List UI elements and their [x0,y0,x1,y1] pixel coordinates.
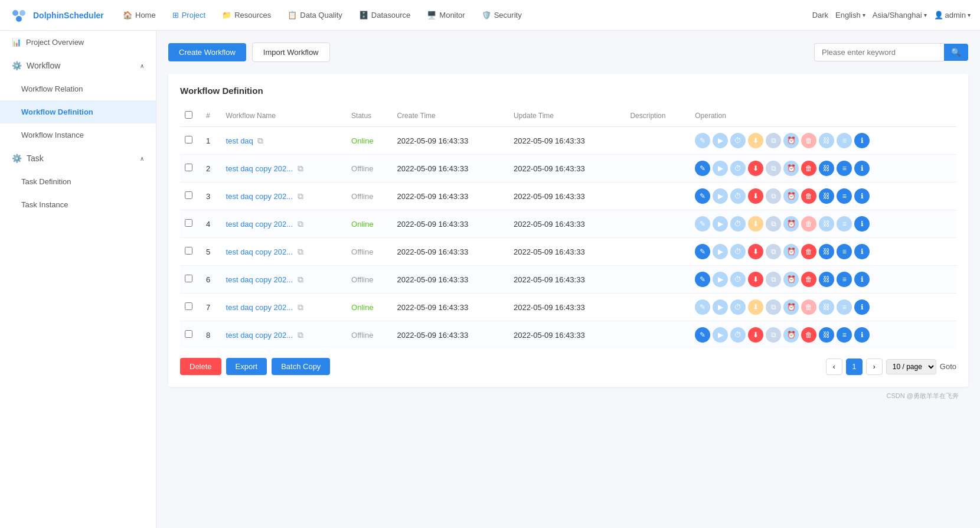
op-btn-0[interactable]: ✎ [695,188,710,204]
op-btn-4[interactable]: ⧉ [766,327,781,343]
op-btn-3[interactable]: ⬇ [748,244,763,259]
workflow-name-link[interactable]: test daq copy 202... [226,247,293,256]
op-btn-2[interactable]: ⏱ [730,133,746,148]
op-btn-4[interactable]: ⧉ [766,272,781,287]
op-btn-7[interactable]: ⛓ [819,327,834,343]
op-btn-8[interactable]: ≡ [837,188,852,204]
search-button[interactable]: 🔍 [944,44,968,61]
op-btn-7[interactable]: ⛓ [819,272,834,287]
sidebar-item-task[interactable]: ⚙️ Task ∧ [0,146,156,170]
copy-icon[interactable]: ⧉ [298,302,303,312]
op-btn-9[interactable]: ℹ [854,161,870,176]
workflow-name-link[interactable]: test daq copy 202... [226,220,293,229]
op-btn-2[interactable]: ⏱ [730,299,746,315]
row-checkbox[interactable] [185,330,192,338]
page-1-button[interactable]: 1 [846,358,863,375]
export-button[interactable]: Export [226,358,267,375]
row-checkbox[interactable] [185,302,192,310]
copy-icon[interactable]: ⧉ [298,164,303,173]
op-btn-4[interactable]: ⧉ [766,161,781,176]
sidebar-item-task-definition[interactable]: Task Definition [0,170,156,193]
workflow-name-link[interactable]: test daq copy 202... [226,275,293,284]
select-all-checkbox[interactable] [185,111,192,119]
op-btn-6[interactable]: 🗑 [801,244,816,259]
op-btn-6[interactable]: 🗑 [801,327,816,343]
op-btn-3[interactable]: ⬇ [748,161,763,176]
workflow-name-link[interactable]: test daq copy 202... [226,303,293,312]
op-btn-9[interactable]: ℹ [854,216,870,232]
op-btn-2[interactable]: ⏱ [730,327,746,343]
op-btn-2[interactable]: ⏱ [730,188,746,204]
region-selector[interactable]: Asia/Shanghai ▾ [873,11,927,19]
op-btn-1[interactable]: ▶ [713,216,728,232]
op-btn-9[interactable]: ℹ [854,327,870,343]
op-btn-8[interactable]: ≡ [837,133,852,148]
op-btn-3[interactable]: ⬇ [748,299,763,315]
op-btn-0[interactable]: ✎ [695,133,710,148]
op-btn-9[interactable]: ℹ [854,133,870,148]
op-btn-8[interactable]: ≡ [837,327,852,343]
row-checkbox[interactable] [185,219,192,227]
op-btn-0[interactable]: ✎ [695,244,710,259]
op-btn-0[interactable]: ✎ [695,327,710,343]
nav-resources[interactable]: 📁 Resources [215,7,278,23]
op-btn-3[interactable]: ⬇ [748,327,763,343]
op-btn-8[interactable]: ≡ [837,216,852,232]
op-btn-3[interactable]: ⬇ [748,272,763,287]
workflow-name-link[interactable]: test daq copy 202... [226,164,293,173]
user-menu[interactable]: 👤 admin ▾ [934,11,971,19]
sidebar-item-task-instance[interactable]: Task Instance [0,193,156,216]
op-btn-9[interactable]: ℹ [854,272,870,287]
op-btn-3[interactable]: ⬇ [748,216,763,232]
op-btn-4[interactable]: ⧉ [766,188,781,204]
prev-page-button[interactable]: ‹ [826,358,842,375]
op-btn-5[interactable]: ⏰ [783,188,799,204]
op-btn-7[interactable]: ⛓ [819,244,834,259]
op-btn-1[interactable]: ▶ [713,272,728,287]
next-page-button[interactable]: › [866,358,883,375]
nav-datasource[interactable]: 🗄️ Datasource [352,7,417,23]
op-btn-5[interactable]: ⏰ [783,133,799,148]
op-btn-7[interactable]: ⛓ [819,216,834,232]
op-btn-1[interactable]: ▶ [713,188,728,204]
op-btn-4[interactable]: ⧉ [766,299,781,315]
op-btn-8[interactable]: ≡ [837,244,852,259]
copy-icon[interactable]: ⧉ [298,247,303,256]
workflow-name-link[interactable]: test daq copy 202... [226,192,293,201]
delete-button[interactable]: Delete [180,358,221,375]
op-btn-6[interactable]: 🗑 [801,216,816,232]
op-btn-5[interactable]: ⏰ [783,244,799,259]
op-btn-1[interactable]: ▶ [713,161,728,176]
op-btn-0[interactable]: ✎ [695,161,710,176]
op-btn-5[interactable]: ⏰ [783,161,799,176]
op-btn-5[interactable]: ⏰ [783,299,799,315]
op-btn-6[interactable]: 🗑 [801,188,816,204]
nav-security[interactable]: 🛡️ Security [475,7,529,23]
op-btn-4[interactable]: ⧉ [766,133,781,148]
op-btn-6[interactable]: 🗑 [801,161,816,176]
op-btn-0[interactable]: ✎ [695,216,710,232]
copy-icon[interactable]: ⧉ [298,219,303,229]
op-btn-8[interactable]: ≡ [837,299,852,315]
op-btn-1[interactable]: ▶ [713,133,728,148]
op-btn-7[interactable]: ⛓ [819,133,834,148]
copy-icon[interactable]: ⧉ [298,191,303,201]
theme-toggle[interactable]: Dark [812,11,828,19]
op-btn-5[interactable]: ⏰ [783,272,799,287]
op-btn-7[interactable]: ⛓ [819,188,834,204]
nav-data-quality[interactable]: 📋 Data Quality [280,7,349,23]
workflow-name-link[interactable]: test daq copy 202... [226,331,293,340]
row-checkbox[interactable] [185,136,192,144]
nav-monitor[interactable]: 🖥️ Monitor [420,7,472,23]
page-size-select[interactable]: 10 / page 20 / page 50 / page [886,359,936,374]
workflow-name-link[interactable]: test daq [226,136,253,145]
op-btn-4[interactable]: ⧉ [766,216,781,232]
op-btn-8[interactable]: ≡ [837,161,852,176]
row-checkbox[interactable] [185,247,192,255]
import-workflow-button[interactable]: Import Workflow [252,43,330,62]
op-btn-2[interactable]: ⏱ [730,244,746,259]
create-workflow-button[interactable]: Create Workflow [168,43,246,61]
nav-project[interactable]: ⊞ Project [165,7,213,23]
sidebar-item-workflow[interactable]: ⚙️ Workflow ∧ [0,54,156,77]
op-btn-1[interactable]: ▶ [713,244,728,259]
